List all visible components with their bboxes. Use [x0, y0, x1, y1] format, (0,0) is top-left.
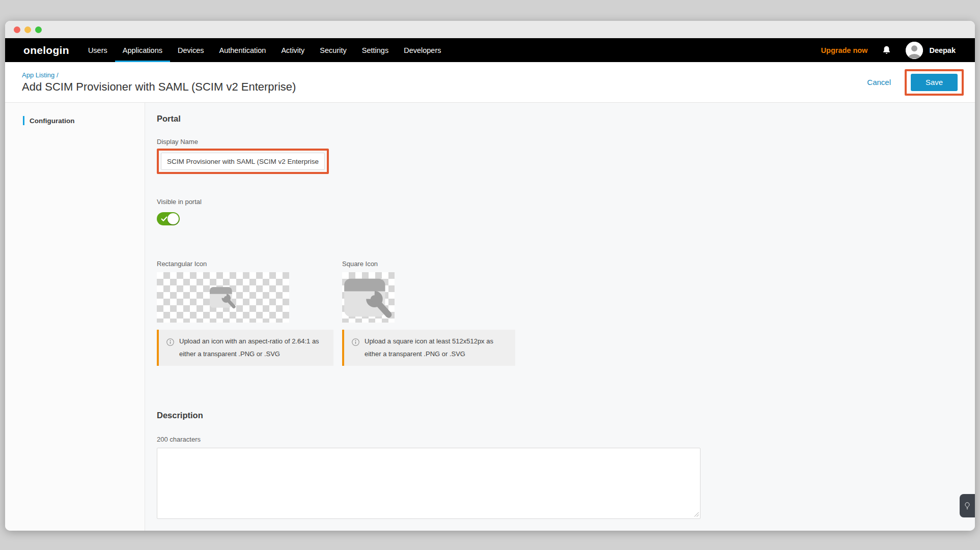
browser-window: onelogin Users Applications Devices Auth…	[5, 21, 975, 531]
character-counter: 200 characters	[157, 436, 975, 443]
lightbulb-icon	[963, 501, 971, 510]
visible-in-portal-label: Visible in portal	[157, 198, 975, 206]
app-placeholder-icon	[344, 276, 393, 320]
nav-item-users[interactable]: Users	[80, 38, 115, 62]
display-name-label: Display Name	[157, 138, 975, 146]
nav-item-settings[interactable]: Settings	[354, 38, 396, 62]
cancel-button[interactable]: Cancel	[867, 78, 891, 86]
sidebar-item-configuration[interactable]: Configuration	[5, 116, 145, 125]
active-indicator	[23, 116, 24, 125]
main-area: Configuration Portal Display Name Visibl…	[5, 103, 975, 531]
portal-section-heading: Portal	[157, 114, 975, 124]
description-section-heading: Description	[157, 411, 975, 420]
nav-item-security[interactable]: Security	[312, 38, 354, 62]
user-name: Deepak	[929, 46, 956, 54]
annotation-box-save: Save	[905, 69, 964, 96]
nav-item-authentication[interactable]: Authentication	[212, 38, 274, 62]
user-menu[interactable]: Deepak	[906, 42, 956, 59]
save-button[interactable]: Save	[911, 74, 958, 91]
nav-item-applications[interactable]: Applications	[115, 38, 170, 62]
annotation-box-display-name	[157, 149, 329, 174]
toggle-knob	[167, 213, 179, 224]
square-icon-label: Square Icon	[342, 260, 515, 268]
description-textarea[interactable]	[157, 448, 701, 519]
info-icon	[166, 337, 174, 350]
close-window-button[interactable]	[14, 26, 20, 33]
notifications-bell-icon[interactable]	[881, 45, 892, 56]
page-header: App Listing / Add SCIM Provisioner with …	[5, 62, 975, 103]
upgrade-now-link[interactable]: Upgrade now	[821, 46, 868, 54]
rectangular-icon-info-text: Upload an icon with an aspect-ratio of 2…	[179, 335, 327, 361]
breadcrumb-app-listing[interactable]: App Listing /	[22, 71, 296, 79]
page-title: Add SCIM Provisioner with SAML (SCIM v2 …	[22, 80, 296, 94]
user-avatar	[906, 42, 923, 59]
nav-item-developers[interactable]: Developers	[396, 38, 449, 62]
maximize-window-button[interactable]	[35, 26, 42, 33]
nav-item-activity[interactable]: Activity	[273, 38, 312, 62]
info-icon	[352, 337, 359, 350]
square-icon-info-text: Upload a square icon at least 512x512px …	[365, 335, 509, 361]
check-icon	[161, 216, 167, 222]
onelogin-logo[interactable]: onelogin	[5, 38, 69, 62]
app-placeholder-icon	[210, 285, 236, 309]
help-lightbulb-button[interactable]	[960, 494, 975, 517]
settings-sidebar: Configuration	[5, 103, 145, 531]
primary-nav: Users Applications Devices Authenticatio…	[80, 38, 449, 62]
rectangular-icon-preview	[157, 272, 289, 323]
display-name-input[interactable]	[161, 153, 325, 170]
minimize-window-button[interactable]	[24, 26, 31, 33]
square-icon-info: Upload a square icon at least 512x512px …	[342, 330, 515, 366]
window-titlebar	[5, 21, 975, 38]
rectangular-icon-label: Rectangular Icon	[157, 260, 333, 268]
sidebar-item-label: Configuration	[30, 117, 74, 125]
textarea-resize-handle[interactable]	[694, 512, 699, 517]
navbar-right: Upgrade now Deepak	[821, 38, 975, 62]
top-navbar: onelogin Users Applications Devices Auth…	[5, 38, 975, 62]
nav-item-devices[interactable]: Devices	[170, 38, 212, 62]
square-icon-preview	[342, 272, 395, 323]
visible-in-portal-toggle[interactable]	[157, 212, 180, 225]
rectangular-icon-info: Upload an icon with an aspect-ratio of 2…	[157, 330, 333, 366]
content-panel: Portal Display Name Visible in portal Re…	[145, 103, 975, 531]
